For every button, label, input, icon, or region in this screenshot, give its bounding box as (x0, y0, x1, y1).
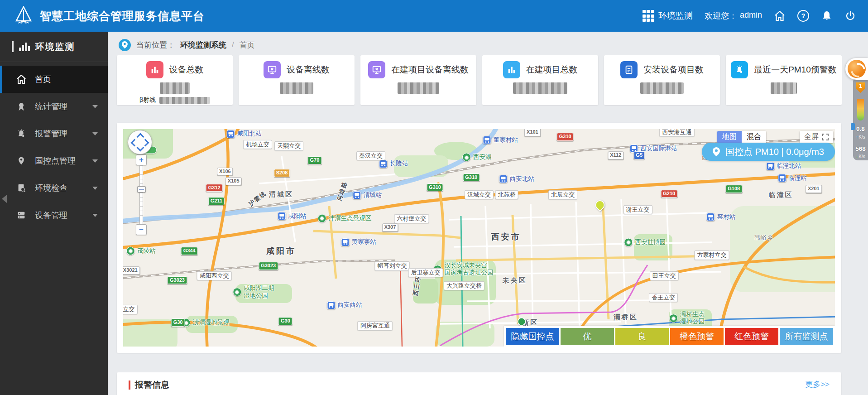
sidebar-item-国控点管理[interactable]: 国控点管理 (0, 147, 108, 174)
map-label-station: 西安西站 (327, 301, 362, 309)
map-zoom-control: + − (136, 154, 147, 235)
map-label-road-red: G312 (206, 184, 223, 192)
sidebar-item-首页[interactable]: 首页 (0, 66, 108, 93)
map-label-road-name: 西三环 (412, 275, 422, 296)
legend-button-所有监测点[interactable]: 所有监测点 (780, 328, 833, 345)
map[interactable]: 咸阳北站董家村站西安国际港站临潼北站临潼站长陵站渭城站西安北站咸阳站黄家寨站窑村… (123, 129, 835, 347)
map-label-label: 咸阳西立交 (197, 271, 232, 280)
map-label-road-s: S208 (274, 169, 290, 177)
pan-left-icon[interactable] (131, 139, 139, 147)
download-manager-chip[interactable] (851, 123, 855, 130)
pan-right-icon[interactable] (142, 139, 149, 147)
map-label-road-name: 沪霍线 (247, 189, 268, 208)
map-label-park: ♣西安世博园 (624, 238, 666, 246)
legend-button-良[interactable]: 良 (615, 328, 669, 345)
alarm-bell-icon (731, 61, 748, 78)
zoom-slider-track[interactable] (139, 165, 143, 224)
metro-station-icon (227, 130, 235, 138)
sidebar-collapse-arrow[interactable] (2, 195, 7, 203)
upload-speed: 0.8 ↑K/s (856, 125, 865, 140)
sidebar-item-环境检查[interactable]: 环境检查 (0, 174, 108, 202)
zoom-slider-handle[interactable] (137, 186, 146, 193)
zoom-in-button[interactable]: + (136, 154, 147, 165)
title-accent-bar (129, 381, 130, 390)
monitoring-point-marker[interactable] (518, 318, 526, 326)
fullscreen-button[interactable]: 全屏 (800, 131, 833, 143)
map-label-label: 汉城立交 (465, 190, 494, 199)
speed-gradient-bar (857, 99, 864, 120)
map-type-hybrid[interactable]: 混合 (742, 131, 766, 143)
map-label-park: ♣咸阳湖二期 湿地公园 (233, 284, 274, 300)
stat-card-在建项目总数: 在建项目总数 (482, 55, 598, 105)
map-label-road-x: X106 (217, 168, 233, 176)
location-pin-icon (713, 147, 720, 156)
breadcrumb-current[interactable]: 首页 (240, 40, 255, 50)
map-label-station: 长陵站 (379, 160, 408, 168)
map-label-station: 渭城站 (353, 191, 382, 199)
security-shield-badge[interactable]: 1 (856, 82, 865, 93)
map-legend-buttons: 隐藏国控点优良橙色预警红色预警所有监测点 (504, 326, 835, 347)
park-icon: ♣ (126, 246, 135, 255)
map-label-road-x: X112 (608, 151, 623, 159)
map-label-road-g: G30 (278, 317, 293, 325)
map-label-label: 阿房宫互通 (358, 321, 393, 330)
sidebar-item-label: 环境检查 (35, 183, 67, 193)
stat-card-title: 安装设备项目数 (643, 64, 704, 76)
location-pin-icon (119, 39, 131, 51)
stat-value-masked (640, 82, 684, 94)
browser-assistant-tab[interactable] (845, 58, 868, 80)
alarm-more-link[interactable]: 更多>> (805, 379, 830, 390)
home-icon[interactable] (774, 10, 786, 22)
stat-card-title: 设备离线数 (287, 64, 330, 76)
map-labels-layer: 咸阳北站董家村站西安国际港站临潼北站临潼站长陵站渭城站西安北站咸阳站黄家寨站窑村… (123, 129, 835, 347)
chevron-down-icon (92, 187, 98, 190)
map-label-district: 临潼区 (769, 191, 793, 199)
metro-station-icon (327, 301, 335, 309)
map-pan-control[interactable] (128, 130, 152, 154)
module-label: 环境监测 (658, 10, 693, 22)
legend-button-优[interactable]: 优 (561, 328, 614, 345)
pan-down-icon[interactable] (137, 144, 144, 152)
monitor-x-icon (368, 61, 385, 78)
sidebar-item-统计管理[interactable]: 统计管理 (0, 93, 108, 120)
chevron-down-icon (92, 159, 98, 163)
metro-station-icon (778, 174, 786, 182)
park-icon: ♣ (462, 153, 471, 162)
stat-card-设备总数: 设备总数β射线 (117, 55, 233, 105)
legend-button-橙色预警[interactable]: 橙色预警 (670, 328, 724, 345)
map-label-road-x: X307 (382, 223, 398, 231)
zoom-out-button[interactable]: − (136, 224, 147, 235)
notifications-bell-icon[interactable] (821, 10, 833, 22)
map-label-station: 咸阳站 (278, 212, 307, 220)
map-label-label: 立交 (123, 305, 138, 314)
logout-power-icon[interactable] (844, 10, 856, 22)
sidebar-item-label: 国控点管理 (35, 155, 76, 166)
sidebar-item-报警管理[interactable]: 报警管理 (0, 120, 108, 147)
sidebar-item-label: 报警管理 (35, 128, 67, 139)
map-label-label: 六村堡立交 (394, 214, 429, 223)
monitoring-point-pin[interactable] (593, 198, 607, 212)
stat-card-在建项目设备离线数: 在建项目设备离线数 (360, 55, 476, 105)
app-title: 智慧工地综合管理服务信息平台 (40, 9, 205, 24)
upload-arrow-icon: ↑ (856, 135, 858, 140)
map-label-label: 天熙立交 (274, 141, 303, 150)
pan-up-icon[interactable] (137, 133, 144, 141)
map-label-label: 谢王立交 (623, 205, 652, 214)
legend-button-隐藏国控点[interactable]: 隐藏国控点 (506, 328, 559, 345)
stat-card-安装设备项目数: 安装设备项目数 (604, 55, 720, 105)
legend-button-红色预警[interactable]: 红色预警 (725, 328, 778, 345)
map-type-map[interactable]: 地图 (717, 131, 742, 143)
map-label-district: 灞桥区 (614, 313, 638, 322)
bar-chart-icon (19, 42, 30, 51)
map-label-road-g: G70 (307, 156, 321, 164)
breadcrumb-system[interactable]: 环境监测系统 (180, 40, 226, 50)
help-icon[interactable]: ? (797, 10, 809, 22)
breadcrumb-prefix: 当前位置： (136, 40, 175, 50)
map-label-road-x: X201 (806, 185, 822, 193)
module-switcher[interactable]: 环境监测 (643, 10, 693, 22)
pm10-tooltip[interactable]: 国控点 PM10 | 0.0μg/m3 (702, 143, 835, 161)
map-label-road-x: X105 (225, 177, 242, 185)
sidebar-item-设备管理[interactable]: 设备管理 (0, 202, 108, 229)
home-icon (16, 74, 27, 85)
net-speed-widget[interactable]: 1 0.8 ↑K/s 568 ↓K/s (853, 79, 868, 160)
